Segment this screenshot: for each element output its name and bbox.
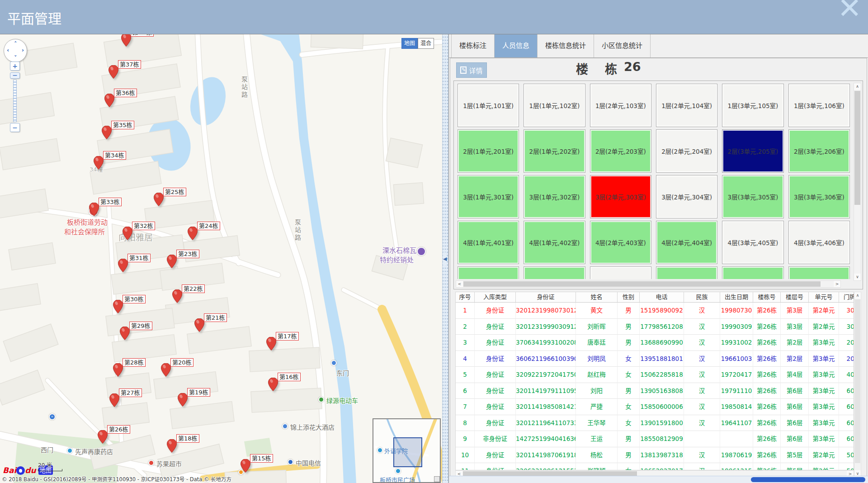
room-cell-5-6[interactable] (788, 266, 850, 279)
room-cell-3-5[interactable]: 3层(3单元,305室) (722, 175, 783, 218)
room-cell-4-6[interactable]: 4层(3单元,406室) (788, 221, 850, 264)
scroll-right-icon[interactable]: > (834, 281, 840, 287)
building-pin-icon[interactable] (266, 337, 276, 350)
close-icon[interactable]: ✕ (837, 0, 862, 23)
scroll-up-icon[interactable]: ∧ (854, 83, 861, 90)
room-grid-vscroll-thumb[interactable] (854, 91, 860, 205)
room-cell-3-2[interactable]: 3层(1单元,302室) (524, 175, 585, 218)
room-cell-1-4[interactable]: 1层(2单元,104室) (656, 84, 717, 127)
room-cell-5-4[interactable] (656, 266, 717, 279)
table-row-6[interactable]: 6身份证320114197911109518刘阳男13905163808汉197… (456, 383, 854, 399)
minimap[interactable]: 外语学院板桥市民广场 (373, 418, 441, 483)
room-cell-2-3[interactable]: 2层(2单元,203室) (590, 129, 651, 173)
table-row-3[interactable]: 3身份证370634199310020818唐奉廷男13688690990汉19… (456, 335, 854, 351)
table-row-8[interactable]: 8身份证320121196411073386王华琴女13901591800汉19… (456, 415, 854, 431)
room-cell-4-1[interactable]: 4层(1单元,401室) (458, 221, 519, 264)
building-pin-label[interactable]: 第15栋 (250, 454, 273, 463)
pan-down-icon[interactable]: ˅ (14, 54, 17, 61)
building-pin-label[interactable]: 第24栋 (197, 222, 220, 230)
room-cell-1-6[interactable]: 1层(3单元,106室) (788, 84, 850, 127)
building-pin-label[interactable]: 第25栋 (163, 188, 186, 196)
building-pin-label[interactable]: 第35栋 (111, 121, 134, 129)
building-pin-label[interactable]: 第16栋 (278, 373, 301, 381)
room-cell-3-6[interactable]: 3层(3单元,306室) (788, 175, 850, 218)
tab-3[interactable]: 小区信息统计 (594, 34, 651, 57)
map-pan-control[interactable]: ˄ ˅ ‹ › (4, 39, 27, 62)
table-row-9[interactable]: 9非身份证142725199404163615王运男18550812909第26… (456, 431, 854, 447)
tab-2[interactable]: 楼栋信息统计 (538, 34, 594, 57)
room-cell-1-1[interactable]: 1层(1单元,101室) (458, 84, 519, 127)
building-pin-label[interactable]: 第33栋 (99, 198, 122, 206)
window-hscroll-thumb[interactable] (751, 477, 865, 482)
building-pin-icon[interactable] (161, 363, 171, 377)
tab-0[interactable]: 楼栋标注 (451, 34, 495, 57)
building-pin-icon[interactable] (109, 393, 119, 407)
zoom-slider-thumb[interactable]: − (10, 72, 20, 79)
person-table-vscroll-thumb[interactable] (855, 299, 860, 463)
building-pin-icon[interactable] (188, 227, 198, 240)
building-pin-label[interactable]: 第18栋 (176, 434, 199, 443)
collapse-panel-icon[interactable]: ◀ (443, 252, 447, 265)
building-pin-label[interactable]: 第36栋 (114, 89, 137, 97)
building-pin-icon[interactable] (102, 126, 112, 139)
pan-right-icon[interactable]: › (22, 47, 24, 53)
person-table-vscrollbar[interactable]: ∧ ∨ (854, 292, 861, 478)
room-cell-2-4[interactable]: 2层(2单元,204室) (656, 129, 717, 173)
room-cell-2-5[interactable]: 2层(3单元,205室) (722, 129, 783, 173)
building-pin-icon[interactable] (121, 34, 131, 47)
room-cell-1-3[interactable]: 1层(2单元,103室) (590, 84, 651, 127)
scroll-down-icon[interactable]: ∨ (854, 274, 861, 280)
zoom-in-button[interactable]: + (10, 62, 20, 71)
zoom-out-button[interactable]: − (10, 123, 20, 132)
room-cell-1-5[interactable]: 1层(3单元,105室) (722, 84, 783, 127)
building-pin-icon[interactable] (98, 430, 108, 444)
building-pin-icon[interactable] (167, 255, 177, 268)
building-pin-icon[interactable] (94, 156, 104, 170)
building-pin-label[interactable]: 第28栋 (123, 358, 146, 367)
building-pin-label[interactable]: 第38栋 (131, 34, 154, 37)
pan-up-icon[interactable]: ˄ (14, 40, 17, 47)
map-type-button-1[interactable]: 混合 (418, 38, 434, 49)
building-pin-label[interactable]: 第37栋 (118, 60, 141, 69)
building-pin-label[interactable]: 第17栋 (276, 332, 299, 341)
building-pin-label[interactable]: 第26栋 (107, 425, 130, 434)
panel-splitter[interactable]: ◀ (442, 34, 448, 483)
building-pin-icon[interactable] (268, 378, 278, 391)
room-cell-3-1[interactable]: 3层(1单元,301室) (458, 175, 519, 218)
room-cell-4-5[interactable]: 4层(3单元,405室) (722, 221, 783, 264)
building-pin-label[interactable]: 第21栋 (204, 313, 227, 322)
building-pin-label[interactable]: 第19栋 (187, 388, 210, 397)
building-pin-icon[interactable] (104, 94, 114, 107)
building-pin-label[interactable]: 第32栋 (132, 222, 155, 230)
table-row-7[interactable]: 7身份证320114198508142128严捷女15850600006汉198… (456, 399, 854, 415)
table-row-1[interactable]: 1身份证320123199807301214黄文男15195890092汉199… (456, 303, 854, 319)
tab-1[interactable]: 人员信息 (495, 34, 538, 57)
room-cell-5-3[interactable] (590, 266, 651, 279)
map-type-button-0[interactable]: 地图 (401, 38, 418, 49)
table-row-4[interactable]: 4身份证360621196610039046刘明凤女13951881801汉19… (456, 351, 854, 367)
room-cell-5-1[interactable] (458, 266, 519, 279)
building-pin-icon[interactable] (167, 439, 177, 453)
table-row-2[interactable]: 2身份证320123199903091210刘昕晖男17798561208汉19… (456, 319, 854, 335)
room-cell-4-4[interactable]: 4层(2单元,404室) (656, 221, 717, 264)
building-pin-icon[interactable] (123, 227, 132, 240)
building-pin-icon[interactable] (154, 193, 164, 206)
building-pin-label[interactable]: 第20栋 (170, 358, 193, 367)
building-pin-icon[interactable] (194, 318, 204, 332)
building-pin-icon[interactable] (120, 327, 130, 340)
window-hscrollbar[interactable] (449, 476, 868, 483)
pan-left-icon[interactable]: ‹ (7, 47, 9, 53)
zoom-slider-track[interactable] (13, 80, 17, 122)
detail-button[interactable]: ✎ 详情 (456, 62, 487, 78)
building-pin-icon[interactable] (89, 203, 99, 216)
building-pin-icon[interactable] (113, 363, 123, 377)
building-pin-icon[interactable] (241, 459, 250, 473)
room-cell-3-4[interactable]: 3层(2单元,304室) (656, 175, 717, 218)
building-pin-label[interactable]: 第29栋 (129, 322, 152, 330)
building-pin-label[interactable]: 第27栋 (119, 388, 142, 397)
minimap-toggle-button[interactable] (434, 476, 440, 482)
map-canvas[interactable]: ★板桥街道劳动和社会保障所向阳雅居溧水石棉瓦特约经销处泵站路泵站路东门绿源电动车… (0, 34, 442, 483)
scroll-up-icon[interactable]: ∧ (854, 292, 861, 299)
building-pin-icon[interactable] (118, 259, 128, 272)
room-cell-1-2[interactable]: 1层(1单元,102室) (524, 84, 585, 127)
